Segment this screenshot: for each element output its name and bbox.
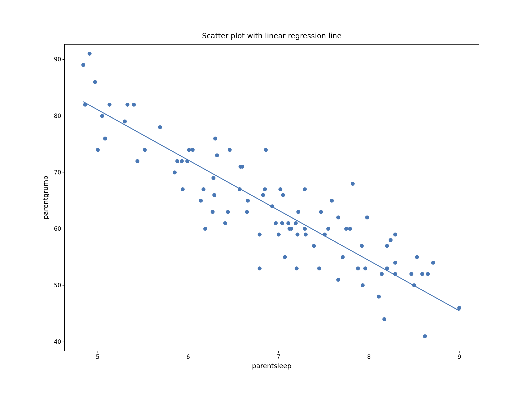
data-point [135,159,139,163]
data-point [199,199,203,203]
y-tick-label: 70 [54,169,61,176]
data-point [385,266,389,270]
x-tick-mark [279,351,279,353]
data-point [258,266,262,270]
data-point [351,182,355,186]
data-point [304,233,308,236]
data-point [246,199,250,203]
data-point [393,261,397,265]
data-point [341,255,345,259]
data-point [83,103,87,107]
y-tick-mark [63,229,64,229]
data-point [258,233,262,236]
data-point [415,255,419,259]
data-point [173,171,177,174]
y-tick-mark [63,342,64,342]
data-point [213,137,217,140]
x-tick-label: 9 [457,354,461,360]
y-tick-label: 90 [54,56,61,63]
data-point [158,125,162,129]
data-point [280,221,284,225]
data-point [360,244,364,248]
data-point [317,266,321,270]
data-point [212,193,216,197]
data-point [211,176,215,180]
data-point [185,159,189,163]
x-tick-mark [459,351,460,353]
chart-title: Scatter plot with linear regression line [202,32,342,40]
data-point [385,244,389,248]
data-point [223,221,227,225]
data-point [336,278,340,282]
x-tick-mark [369,351,369,353]
data-point [363,266,367,270]
y-tick-mark [63,116,64,116]
y-tick-mark [63,172,64,173]
y-tick-mark [63,59,64,60]
x-tick-label: 6 [186,354,190,360]
x-tick-label: 8 [367,354,371,360]
data-point [96,148,100,152]
y-axis-label: parentgrump [42,176,50,219]
x-axis-label: parentsleep [252,362,291,370]
data-point [279,187,282,191]
data-point [245,210,249,214]
data-point [228,148,232,152]
data-point [93,80,97,84]
data-point [143,148,147,152]
data-point [382,317,386,321]
data-point [393,233,397,236]
data-point [108,103,112,107]
data-point [312,244,316,248]
data-point [103,137,107,140]
data-point [81,63,85,67]
data-point [270,204,274,208]
data-point [294,221,298,225]
x-tick-label: 5 [96,354,100,360]
data-point [100,114,104,118]
data-point [175,159,179,163]
data-point [261,193,265,197]
x-tick-mark [188,351,188,353]
x-tick-label: 7 [277,354,280,360]
data-point [202,187,205,191]
y-tick-label: 50 [54,282,61,289]
figure: 56789 405060708090 Scatter plot with lin… [0,0,532,399]
data-point [211,210,215,214]
data-point [277,233,281,236]
plot-area: 56789 405060708090 [64,44,479,351]
y-tick-label: 40 [54,338,61,345]
data-point [283,255,287,259]
data-point [423,334,427,338]
data-point [187,148,191,152]
data-point [191,148,195,152]
data-point [380,272,384,276]
data-point [180,159,184,163]
data-point [303,187,307,191]
data-point [295,266,298,270]
data-point [426,272,430,276]
y-tick-label: 60 [54,225,61,232]
data-point [281,193,285,197]
y-tick-mark [63,285,64,286]
data-point [132,103,136,107]
data-point [393,272,397,276]
x-tick-mark [98,351,98,353]
regression-line [64,44,479,351]
data-point [323,233,327,236]
y-tick-label: 80 [54,113,61,119]
